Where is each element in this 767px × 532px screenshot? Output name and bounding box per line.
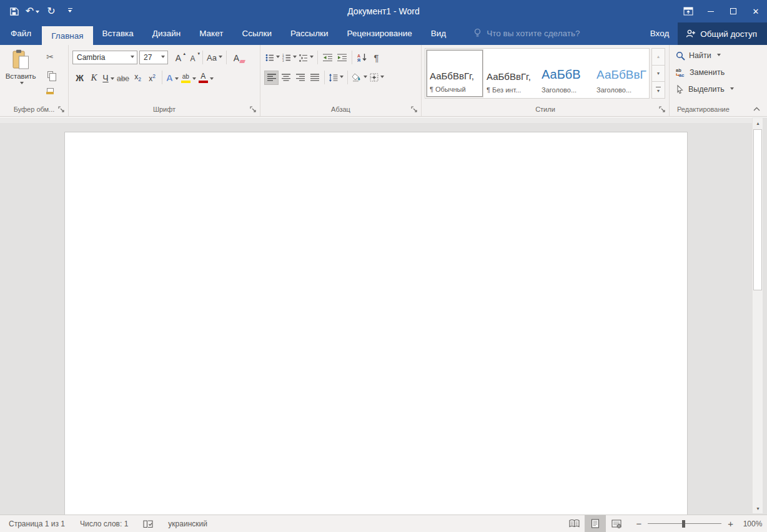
style-heading1[interactable]: АаБбВ Заголово... (539, 50, 593, 97)
font-size-combobox[interactable]: 27 (139, 51, 168, 64)
minimize-button[interactable] (700, 0, 722, 22)
bullets-caret[interactable] (276, 56, 280, 60)
tab-file[interactable]: Файл (0, 22, 42, 45)
customize-qat-button[interactable] (61, 2, 79, 21)
grow-font-button[interactable]: А▴ (171, 51, 186, 65)
undo-button[interactable]: ↶ (24, 2, 41, 21)
underline-caret[interactable] (111, 77, 114, 82)
font-family-combobox[interactable]: Cambria (72, 51, 137, 64)
vertical-scrollbar[interactable]: ▴ ▾ (752, 118, 763, 513)
borders-caret[interactable] (380, 76, 384, 80)
text-effects-button[interactable]: А (165, 71, 180, 85)
italic-button[interactable]: К (87, 71, 101, 85)
strikethrough-button[interactable]: abe (116, 71, 131, 85)
bullets-button[interactable] (264, 51, 281, 65)
font-size-dropdown[interactable] (158, 51, 167, 64)
read-mode-button[interactable] (563, 515, 585, 532)
line-spacing-caret[interactable] (340, 76, 344, 80)
shading-button[interactable] (350, 71, 369, 85)
clipboard-dialog-launcher-icon[interactable] (58, 106, 65, 113)
proofing-status[interactable] (136, 520, 161, 528)
justify-button[interactable] (307, 71, 322, 85)
scroll-down-button[interactable]: ▾ (753, 503, 763, 513)
styles-gallery-more-button[interactable]: ▾ (651, 81, 665, 99)
zoom-out-button[interactable]: − (636, 518, 641, 529)
page-number-indicator[interactable]: Страница 1 из 1 (0, 520, 72, 528)
document-page[interactable] (64, 132, 688, 515)
superscript-button[interactable]: x2 (145, 71, 159, 85)
multilevel-list-button[interactable] (298, 51, 315, 65)
highlight-color-button[interactable]: ab (180, 71, 197, 85)
copy-button[interactable] (42, 67, 57, 82)
tell-me-box[interactable]: Что вы хотите сделать? (464, 22, 588, 45)
close-button[interactable]: ✕ (745, 0, 767, 22)
styles-scroll-up-button[interactable]: ▴ (651, 48, 665, 66)
underline-button[interactable]: Ч (101, 71, 116, 85)
share-button[interactable]: Общий доступ (678, 22, 767, 45)
scroll-up-button[interactable]: ▴ (753, 118, 763, 128)
styles-scroll-down-button[interactable]: ▾ (651, 65, 665, 82)
tab-insert[interactable]: Вставка (93, 22, 143, 45)
align-left-button[interactable] (264, 71, 279, 85)
shading-caret[interactable] (364, 76, 367, 80)
text-effects-caret[interactable] (175, 77, 179, 82)
tab-layout[interactable]: Макет (190, 22, 232, 45)
styles-dialog-launcher-icon[interactable] (659, 106, 666, 113)
tab-references[interactable]: Ссылки (232, 22, 281, 45)
increase-indent-button[interactable] (335, 51, 349, 65)
style-normal[interactable]: АаБбВвГг, ¶ Обычный (427, 50, 483, 97)
cut-button[interactable]: ✂ (42, 49, 57, 64)
align-right-button[interactable] (293, 71, 307, 85)
tab-view[interactable]: Вид (422, 22, 455, 45)
change-case-button[interactable]: Aa (205, 51, 224, 65)
style-heading2[interactable]: АаБбВвГ Заголово... (594, 50, 648, 97)
save-button[interactable] (5, 2, 22, 21)
tab-review[interactable]: Рецензирование (338, 22, 422, 45)
line-spacing-button[interactable] (327, 71, 345, 85)
multilevel-caret[interactable] (310, 56, 314, 60)
show-paragraph-marks-button[interactable]: ¶ (369, 51, 384, 65)
borders-button[interactable] (369, 71, 385, 85)
font-color-button[interactable]: А (197, 71, 215, 85)
collapse-ribbon-button[interactable] (752, 105, 761, 112)
clear-formatting-button[interactable]: А (229, 51, 244, 65)
numbering-button[interactable]: 123 (281, 51, 298, 65)
shrink-font-button[interactable]: А▾ (186, 51, 200, 65)
redo-button[interactable]: ↻ (42, 2, 60, 21)
tab-design[interactable]: Дизайн (143, 22, 190, 45)
sort-button[interactable]: АЯ (355, 51, 369, 65)
zoom-slider-thumb[interactable] (682, 520, 685, 528)
find-caret[interactable] (717, 54, 721, 58)
paste-dropdown-caret[interactable] (20, 82, 24, 86)
zoom-level-indicator[interactable]: 100% (738, 520, 767, 528)
tab-mailings[interactable]: Рассылки (281, 22, 338, 45)
scrollbar-thumb[interactable] (753, 129, 762, 290)
paste-button[interactable]: Вставить (4, 49, 37, 102)
format-painter-button[interactable] (42, 84, 57, 99)
maximize-button[interactable] (722, 0, 745, 22)
style-no-spacing[interactable]: АаБбВвГг, ¶ Без инт... (484, 50, 538, 97)
decrease-indent-button[interactable] (320, 51, 335, 65)
highlight-caret[interactable] (192, 77, 196, 82)
font-color-caret[interactable] (210, 77, 214, 82)
tab-home[interactable]: Главная (42, 26, 92, 45)
replace-button[interactable]: abac Заменить (676, 66, 734, 79)
select-button[interactable]: Выделить (676, 82, 734, 96)
paragraph-dialog-launcher-icon[interactable] (411, 106, 418, 113)
align-center-button[interactable] (279, 71, 293, 85)
select-caret[interactable] (730, 87, 734, 92)
subscript-button[interactable]: x2 (131, 71, 145, 85)
sign-in-button[interactable]: Вход (641, 22, 678, 45)
undo-dropdown-caret[interactable] (36, 11, 39, 15)
zoom-slider[interactable] (648, 520, 721, 528)
print-layout-button[interactable] (585, 515, 606, 532)
word-count-indicator[interactable]: Число слов: 1 (72, 520, 136, 528)
font-dialog-launcher-icon[interactable] (250, 106, 257, 113)
zoom-in-button[interactable]: + (728, 518, 733, 529)
bold-button[interactable]: Ж (72, 71, 87, 85)
numbering-caret[interactable] (293, 56, 297, 60)
ribbon-display-options-button[interactable] (677, 0, 700, 22)
find-button[interactable]: Найти (676, 49, 734, 62)
font-family-dropdown[interactable] (127, 51, 137, 64)
web-layout-button[interactable] (606, 515, 627, 532)
